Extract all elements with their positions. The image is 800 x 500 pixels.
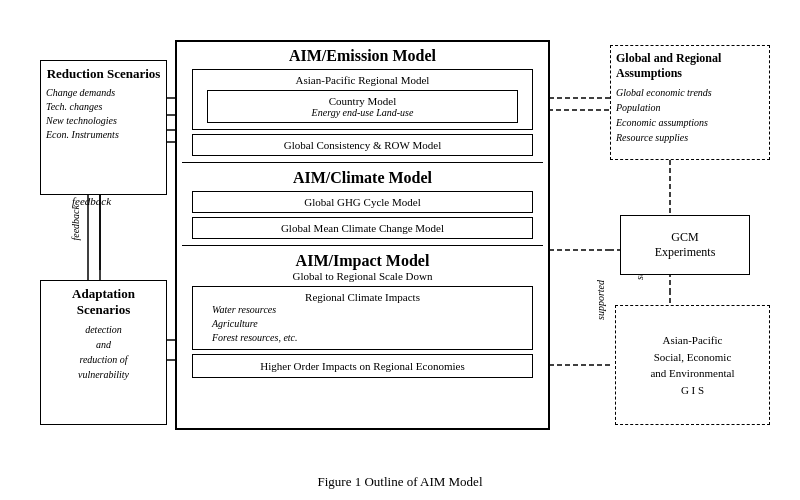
climate-model-section: AIM/Climate Model Global GHG Cycle Model… [182,162,543,239]
climate-change-label: Global Mean Climate Change Model [197,222,528,234]
regional-impacts-sub: Water resourcesAgricultureForest resourc… [197,303,528,345]
country-model-sub: Energy end-use Land-use [212,107,513,118]
gcm-title: GCMExperiments [655,230,716,260]
figure-caption: Figure 1 Outline of AIM Model [317,474,482,490]
diagram-container: feedback supported Reduction Scenarios C… [20,10,780,470]
reduction-scenarios-items: Change demandsTech. changesNew technolog… [46,86,161,142]
emission-model-title: AIM/Emission Model [182,47,543,65]
adaptation-scenarios-title: AdaptationScenarios [46,286,161,318]
country-model-box: Country Model Energy end-use Land-use [207,90,518,123]
impact-model-section: AIM/Impact Model Global to Regional Scal… [182,245,543,378]
regional-impacts-label: Regional Climate Impacts [197,291,528,303]
adaptation-scenarios-items: detectionandreduction ofvulnerability [46,322,161,382]
regional-impacts-box: Regional Climate Impacts Water resources… [192,286,533,350]
asian-pacific-box: Asian-Pacific Regional Model Country Mod… [192,69,533,130]
asian-pacific-label: Asian-Pacific Regional Model [197,74,528,86]
climate-change-box: Global Mean Climate Change Model [192,217,533,239]
country-model-label: Country Model [212,95,513,107]
impact-model-title: AIM/Impact Model [182,252,543,270]
ghg-cycle-label: Global GHG Cycle Model [197,196,528,208]
global-regional-title: Global and RegionalAssumptions [616,51,764,81]
adaptation-scenarios-box: AdaptationScenarios detectionandreductio… [40,280,167,425]
emission-model-section: AIM/Emission Model Asian-Pacific Regiona… [182,47,543,156]
global-regional-items: Global economic trendsPopulationEconomic… [616,85,764,145]
impact-model-subtitle: Global to Regional Scale Down [182,270,543,282]
gis-title: Asian-PacificSocial, Economicand Environ… [650,332,734,398]
gcm-box: GCMExperiments [620,215,750,275]
main-models-container: AIM/Emission Model Asian-Pacific Regiona… [175,40,550,430]
gis-box: Asian-PacificSocial, Economicand Environ… [615,305,770,425]
global-consistency-box: Global Consistency & ROW Model [192,134,533,156]
higher-order-label: Higher Order Impacts on Regional Economi… [198,360,527,372]
ghg-cycle-box: Global GHG Cycle Model [192,191,533,213]
feedback-vertical-label: feedback [70,205,81,241]
climate-model-title: AIM/Climate Model [182,169,543,187]
reduction-scenarios-box: Reduction Scenarios Change demandsTech. … [40,60,167,195]
global-consistency-label: Global Consistency & ROW Model [197,139,528,151]
supported-vertical-label: supported [595,280,606,320]
reduction-scenarios-title: Reduction Scenarios [46,66,161,82]
higher-order-box: Higher Order Impacts on Regional Economi… [192,354,533,378]
global-regional-box: Global and RegionalAssumptions Global ec… [610,45,770,160]
